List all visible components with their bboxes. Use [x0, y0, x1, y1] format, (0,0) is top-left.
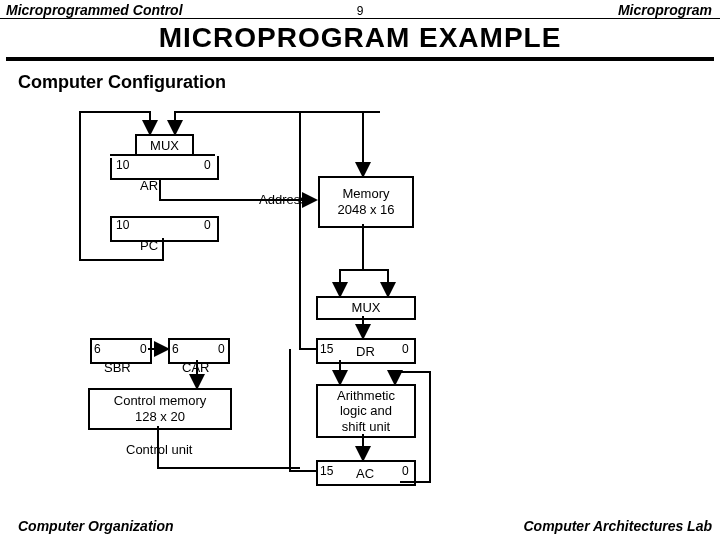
connections	[0, 0, 720, 540]
